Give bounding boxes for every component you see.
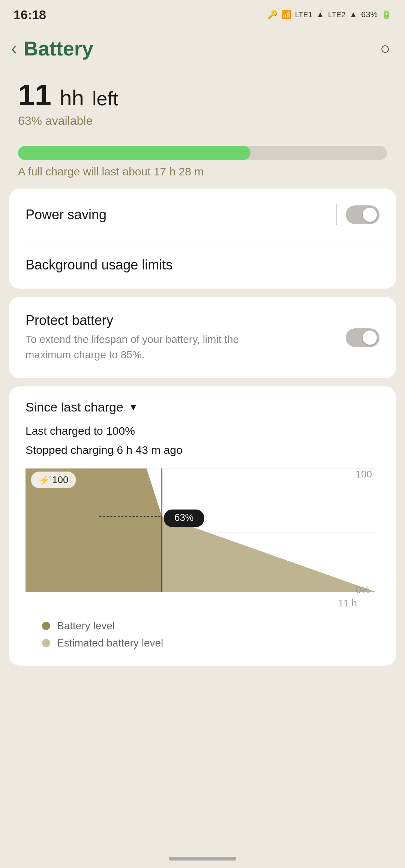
battery-left-label: left — [92, 88, 118, 109]
battery-unit: h — [60, 85, 72, 110]
protect-battery-card: Protect battery To extend the lifespan o… — [9, 297, 396, 378]
chevron-down-icon: ▼ — [129, 401, 138, 413]
charge-badge-value: 100 — [52, 474, 68, 486]
full-charge-note: A full charge will last about 17 h 28 m — [18, 165, 387, 178]
signal1-icon: ▲ — [316, 10, 324, 19]
since-title: Since last charge — [26, 400, 123, 415]
protect-battery-toggle[interactable] — [346, 328, 380, 347]
background-usage-row[interactable]: Background usage limits — [9, 241, 396, 289]
status-icons: 🔑 📶 LTE1 ▲ LTE2 ▲ 63% 🔋 — [267, 10, 392, 19]
back-button[interactable]: ‹ — [11, 40, 17, 57]
battery-time-display: 11 hh left — [18, 79, 387, 112]
since-info-text: Last charged to 100% Stopped charging 6 … — [26, 421, 380, 459]
chart-legend: Battery level Estimated battery level — [26, 611, 380, 666]
search-icon[interactable]: ○ — [380, 39, 390, 58]
protect-battery-desc: To extend the lifespan of your battery, … — [26, 332, 243, 362]
protect-toggle-knob — [363, 331, 377, 345]
legend-label-estimated: Estimated battery level — [57, 637, 163, 649]
signal2-icon: ▲ — [349, 10, 357, 19]
legend-label-actual: Battery level — [57, 620, 115, 632]
protect-battery-row: Protect battery To extend the lifespan o… — [9, 297, 396, 378]
battery-chart-svg: 63% — [26, 468, 376, 596]
last-charged-line: Last charged to 100% — [26, 421, 380, 440]
svg-text:63%: 63% — [174, 512, 194, 524]
power-saving-toggle-wrap — [336, 204, 380, 225]
battery-available: 63% available — [18, 114, 387, 128]
power-saving-row: Power saving — [9, 189, 396, 241]
svg-marker-4 — [162, 516, 376, 592]
page-title: Battery — [24, 37, 380, 60]
since-last-charge-header[interactable]: Since last charge ▼ — [26, 400, 380, 415]
lightning-icon: ⚡ — [39, 475, 50, 485]
battery-progress-fill — [18, 146, 250, 160]
legend-dot-actual — [42, 622, 50, 630]
battery-hours: 11 — [18, 78, 51, 112]
status-time: 16:18 — [14, 7, 46, 22]
charge-badge: ⚡ 100 — [31, 471, 76, 488]
since-last-charge-content: Since last charge ▼ Last charged to 100%… — [9, 386, 396, 666]
protect-battery-title: Protect battery — [26, 313, 243, 328]
battery-percent: 63% — [361, 10, 378, 19]
battery-chart: ⚡ 100 63% — [26, 468, 376, 611]
toggle-knob — [363, 208, 377, 222]
bottom-nav-handle — [169, 857, 236, 861]
wifi-icon: 📶 — [281, 10, 291, 19]
toggle-divider — [336, 204, 337, 225]
stopped-charging-line: Stopped charging 6 h 43 m ago — [26, 440, 380, 459]
y-label-0: 0% — [356, 584, 372, 596]
power-settings-card: Power saving Background usage limits — [9, 189, 396, 289]
status-bar: 16:18 🔑 📶 LTE1 ▲ LTE2 ▲ 63% 🔋 — [0, 0, 405, 26]
power-saving-toggle[interactable] — [346, 205, 380, 224]
legend-item-estimated: Estimated battery level — [42, 637, 363, 649]
lte2-icon: LTE2 — [328, 10, 345, 19]
chart-y-labels: 100 0% — [356, 468, 372, 596]
battery-progress-bar-wrap — [18, 146, 387, 160]
legend-item-actual: Battery level — [42, 620, 363, 632]
lte1-icon: LTE1 — [295, 10, 312, 19]
chart-x-label: 11 h — [26, 597, 376, 609]
key-icon: 🔑 — [267, 10, 278, 19]
top-bar: ‹ Battery ○ — [0, 26, 405, 67]
legend-dot-estimated — [42, 639, 50, 647]
y-label-100: 100 — [356, 468, 372, 480]
power-saving-label: Power saving — [26, 207, 106, 223]
protect-battery-text: Protect battery To extend the lifespan o… — [26, 313, 243, 362]
background-usage-label: Background usage limits — [26, 257, 172, 272]
battery-icon: 🔋 — [381, 10, 392, 19]
battery-info: 11 hh left 63% available — [0, 67, 405, 135]
since-last-charge-card: Since last charge ▼ Last charged to 100%… — [9, 386, 396, 666]
